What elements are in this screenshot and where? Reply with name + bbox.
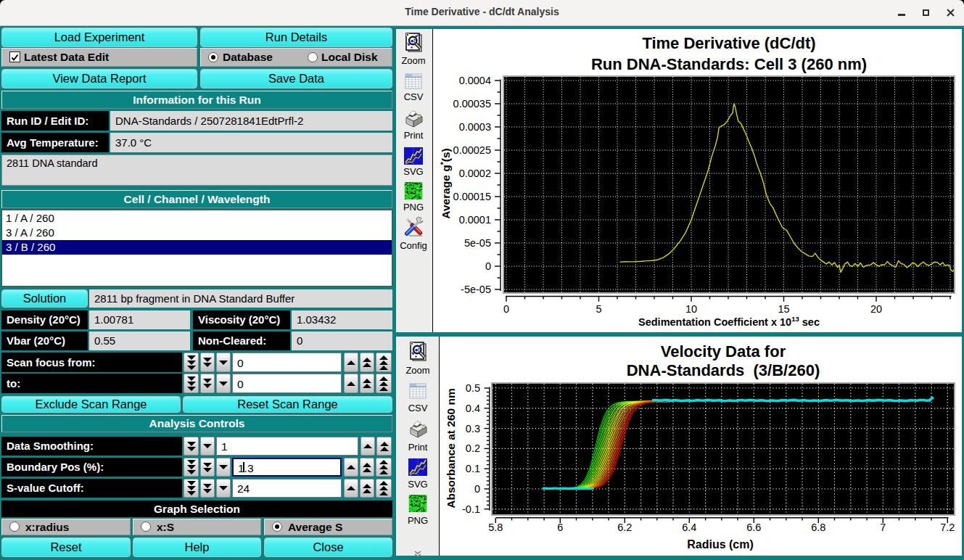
svg-text:DNA-Standards (3/B/260): DNA-Standards (3/B/260)	[627, 361, 820, 379]
svg-text:6.4: 6.4	[682, 522, 696, 533]
svg-text:5: 5	[596, 303, 601, 315]
svg-text:Run DNA-Standards: Cell 3 (260: Run DNA-Standards: Cell 3 (260 nm)	[591, 55, 867, 73]
svg-text:0.3: 0.3	[466, 423, 480, 435]
svg-text:0.4: 0.4	[466, 403, 480, 414]
svg-text:15: 15	[778, 303, 789, 315]
svg-text:0.5: 0.5	[466, 382, 480, 394]
svg-text:20: 20	[870, 303, 882, 315]
svg-text:7: 7	[880, 522, 886, 533]
svg-text:0.00025: 0.00025	[453, 144, 491, 156]
svg-text:6.6: 6.6	[746, 522, 761, 533]
svg-text:0.0002: 0.0002	[459, 168, 491, 179]
svg-text:0.00015: 0.00015	[453, 191, 491, 202]
svg-text:-5e-05: -5e-05	[461, 284, 491, 295]
svg-text:0.0001: 0.0001	[459, 214, 491, 226]
svg-text:6: 6	[557, 522, 563, 533]
svg-text:0: 0	[474, 483, 480, 495]
svg-text:Average g*(s): Average g*(s)	[439, 148, 452, 218]
svg-text:Absorbance at 260 nm: Absorbance at 260 nm	[445, 388, 457, 508]
svg-text:7.2: 7.2	[940, 522, 955, 533]
svg-text:-0.1: -0.1	[462, 503, 480, 515]
svg-text:0: 0	[485, 260, 491, 272]
svg-text:6.8: 6.8	[811, 522, 825, 533]
svg-text:0: 0	[503, 303, 509, 315]
svg-text:Time Derivative (dC/dt): Time Derivative (dC/dt)	[642, 34, 815, 52]
svg-text:6.2: 6.2	[617, 522, 632, 533]
svg-text:Radius (cm): Radius (cm)	[687, 538, 754, 551]
svg-text:Velocity Data for: Velocity Data for	[661, 342, 786, 361]
svg-text:0.0004: 0.0004	[459, 75, 491, 86]
svg-text:5e-05: 5e-05	[464, 237, 491, 249]
svg-text:10: 10	[685, 303, 697, 315]
svg-text:0.0003: 0.0003	[459, 121, 491, 133]
svg-text:0.00035: 0.00035	[453, 98, 491, 110]
svg-text:0.1: 0.1	[466, 463, 480, 474]
svg-text:5.8: 5.8	[488, 522, 503, 533]
svg-text:0.2: 0.2	[466, 442, 480, 454]
svg-text:Sedimentation Coefficient x 10: Sedimentation Coefficient x 1013 sec	[638, 315, 820, 328]
